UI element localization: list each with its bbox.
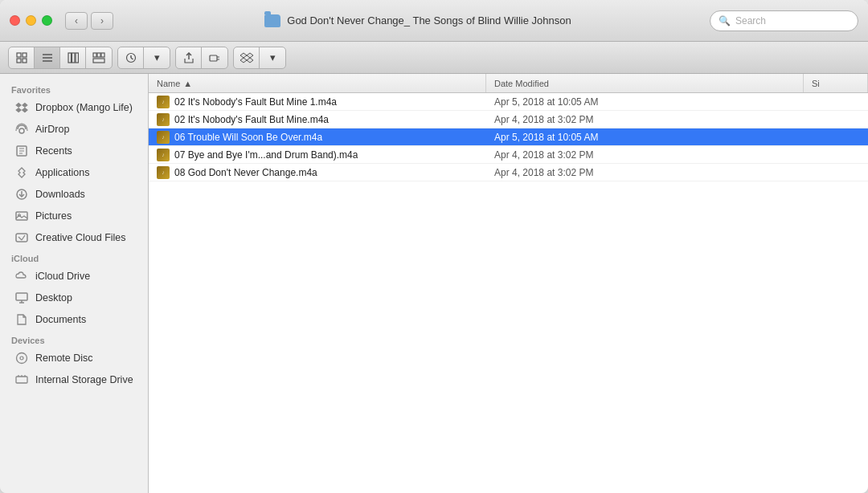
sidebar-item-recents[interactable]: Recents (3, 141, 145, 161)
dropbox-button[interactable] (234, 47, 260, 68)
svg-rect-9 (76, 53, 79, 63)
file-thumbnail: ♪ (157, 113, 170, 126)
action-group: ▾ (117, 47, 170, 69)
file-cell-name: ♪08 God Don't Never Change.m4a (149, 166, 486, 179)
file-row[interactable]: ♪07 Bye and Bye I'm...and Drum Band).m4a… (149, 146, 868, 164)
downloads-label: Downloads (35, 189, 85, 200)
col-date-header[interactable]: Date Modified (486, 74, 804, 92)
svg-marker-26 (15, 108, 22, 112)
title-bar: ‹ › God Don't Never Change_ The Songs of… (0, 0, 868, 42)
file-date-text: Apr 5, 2018 at 10:05 AM (486, 132, 868, 143)
nav-buttons: ‹ › (65, 12, 113, 30)
sidebar-item-icloud-drive[interactable]: iCloud Drive (3, 266, 145, 287)
column-view-button[interactable] (60, 47, 86, 68)
minimize-button[interactable] (26, 15, 36, 26)
list-view-button[interactable] (35, 47, 60, 68)
file-name-text: 08 God Don't Never Change.m4a (174, 167, 317, 178)
svg-marker-22 (240, 58, 247, 63)
applications-icon (14, 165, 29, 180)
sidebar-item-dropbox[interactable]: Dropbox (Mango Life) (3, 97, 145, 118)
tag-button[interactable] (202, 47, 227, 68)
dropbox-dropdown-button[interactable]: ▾ (260, 47, 285, 68)
share-button[interactable] (176, 47, 202, 68)
share-icon (183, 52, 194, 63)
internal-storage-label: Internal Storage Drive (35, 374, 133, 385)
sidebar-item-creative-cloud[interactable]: Creative Cloud Files (3, 227, 145, 248)
sidebar-item-applications[interactable]: Applications (3, 162, 145, 183)
icon-view-button[interactable] (9, 47, 35, 68)
svg-point-29 (19, 128, 24, 133)
svg-marker-25 (22, 103, 28, 108)
airdrop-icon (14, 122, 29, 136)
file-cell-name: ♪07 Bye and Bye I'm...and Drum Band).m4a (149, 149, 486, 161)
desktop-icon (14, 291, 29, 305)
sidebar-item-internal-storage[interactable]: Internal Storage Drive (3, 369, 145, 390)
forward-button[interactable]: › (91, 12, 113, 30)
search-placeholder: Search (735, 15, 766, 26)
file-name-text: 07 Bye and Bye I'm...and Drum Band).m4a (174, 149, 358, 161)
col-name-header[interactable]: Name ▲ (149, 74, 486, 92)
file-row[interactable]: ♪06 Trouble Will Soon Be Over.m4aApr 5, … (149, 128, 868, 146)
svg-point-45 (20, 357, 23, 360)
tag-icon (209, 52, 220, 63)
toolbar: ▾ ▾ (0, 42, 868, 74)
svg-point-44 (17, 353, 27, 364)
window-title: God Don't Never Change_ The Songs of Bli… (287, 14, 571, 26)
file-date-text: Apr 5, 2018 at 10:05 AM (486, 96, 868, 108)
sidebar-item-desktop[interactable]: Desktop (3, 287, 145, 308)
svg-rect-11 (97, 53, 100, 57)
arrange-button[interactable] (118, 47, 144, 68)
svg-marker-28 (22, 108, 28, 112)
dropbox-icon (240, 52, 253, 63)
svg-marker-21 (247, 53, 253, 58)
arrange-icon (125, 52, 137, 63)
col-size-label: Si (812, 79, 820, 88)
svg-rect-7 (68, 53, 72, 63)
icloud-drive-label: iCloud Drive (35, 271, 90, 282)
share-group (175, 47, 228, 69)
sidebar-item-remote-disc[interactable]: Remote Disc (3, 348, 145, 369)
svg-rect-17 (210, 55, 217, 61)
remote-disc-label: Remote Disc (35, 352, 93, 364)
file-date-text: Apr 4, 2018 at 3:02 PM (486, 149, 868, 161)
gallery-view-button[interactable] (86, 47, 112, 68)
svg-line-40 (22, 235, 25, 240)
sidebar-item-pictures[interactable]: Pictures (3, 206, 145, 226)
sidebar-item-downloads[interactable]: Downloads (3, 184, 145, 205)
sidebar-item-airdrop[interactable]: AirDrop (3, 119, 145, 140)
svg-rect-1 (23, 53, 27, 57)
file-thumbnail: ♪ (157, 166, 170, 179)
file-thumbnail: ♪ (157, 131, 170, 144)
sidebar-item-documents[interactable]: Documents (3, 309, 145, 330)
file-name-text: 02 It's Nobody's Fault But Mine 1.m4a (174, 96, 337, 108)
window-controls (10, 15, 52, 26)
remote-disc-icon (14, 351, 29, 365)
dropbox-label: Dropbox (Mango Life) (35, 102, 133, 113)
file-cell-name: ♪02 It's Nobody's Fault But Mine.m4a (149, 113, 486, 126)
maximize-button[interactable] (42, 15, 52, 26)
recents-icon (14, 144, 29, 158)
search-icon: 🔍 (719, 15, 731, 26)
recents-label: Recents (35, 145, 72, 157)
devices-section-label: Devices (0, 331, 148, 347)
file-row[interactable]: ♪08 God Don't Never Change.m4aApr 4, 201… (149, 164, 868, 181)
file-row[interactable]: ♪02 It's Nobody's Fault But Mine.m4aApr … (149, 111, 868, 128)
back-button[interactable]: ‹ (65, 12, 88, 30)
svg-marker-20 (240, 53, 247, 58)
svg-line-16 (131, 58, 133, 59)
file-cell-name: ♪02 It's Nobody's Fault But Mine 1.m4a (149, 96, 486, 108)
file-row[interactable]: ♪02 It's Nobody's Fault But Mine 1.m4aAp… (149, 93, 868, 111)
desktop-label: Desktop (35, 292, 72, 304)
internal-storage-icon (14, 373, 29, 387)
action-dropdown-button[interactable]: ▾ (144, 47, 170, 68)
file-list: ♪02 It's Nobody's Fault But Mine 1.m4aAp… (149, 93, 868, 493)
icon-view-icon (16, 52, 27, 63)
search-bar[interactable]: 🔍 Search (710, 10, 858, 31)
svg-rect-13 (93, 59, 104, 63)
col-size-header[interactable]: Si (804, 74, 868, 92)
svg-rect-2 (17, 59, 21, 63)
svg-rect-41 (16, 293, 27, 300)
close-button[interactable] (10, 15, 20, 26)
sort-indicator: ▲ (183, 79, 192, 88)
svg-rect-38 (16, 234, 27, 242)
